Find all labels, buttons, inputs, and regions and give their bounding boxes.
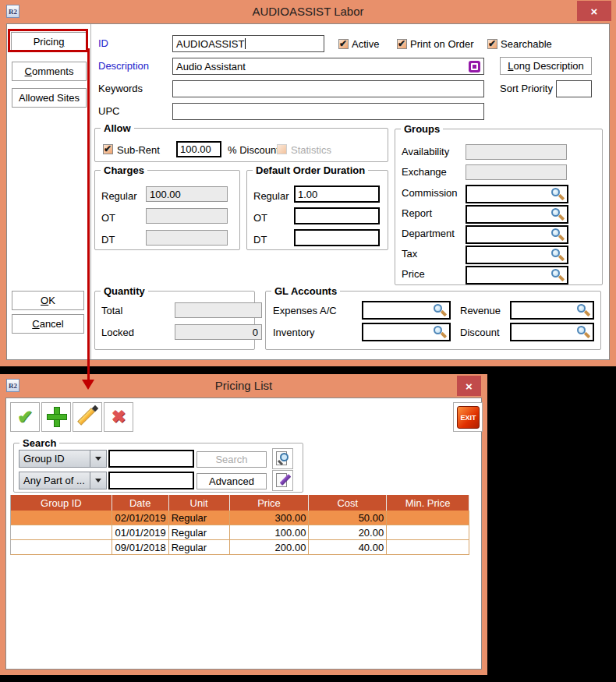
keywords-input[interactable]	[172, 80, 484, 97]
header-min-price[interactable]: Min. Price	[387, 495, 469, 511]
magnifier-icon[interactable]	[576, 303, 590, 317]
price-input[interactable]	[466, 266, 568, 284]
revenue-input[interactable]	[510, 301, 594, 320]
table-row-selected[interactable]: 02/01/2019 Regular 300.00 50.00	[10, 511, 469, 525]
delete-button[interactable]: ✖	[104, 402, 133, 432]
exit-button[interactable]: EXIT	[453, 402, 483, 432]
inventory-input[interactable]	[362, 323, 451, 341]
find-icon-button[interactable]	[272, 448, 293, 469]
revenue-label: Revenue	[460, 306, 501, 316]
magnifier-icon	[280, 453, 289, 461]
print-on-order-label: Print on Order	[410, 39, 474, 50]
search-field-dropdown[interactable]: Group ID	[19, 450, 107, 468]
expenses-input[interactable]	[362, 301, 451, 320]
magnifier-icon[interactable]	[551, 268, 565, 282]
quantity-groupbox: Quantity Total Locked 0	[94, 291, 255, 350]
id-input[interactable]: AUDIOASSIST	[172, 35, 324, 52]
header-cost[interactable]: Cost	[309, 495, 387, 511]
searchable-checkbox[interactable]	[487, 39, 497, 49]
groups-legend: Groups	[401, 123, 443, 135]
department-label: Department	[402, 228, 455, 239]
charges-legend: Charges	[101, 164, 147, 176]
table-row[interactable]: 09/01/2018 Regular 200.00 40.00	[10, 540, 469, 555]
text-cursor	[245, 38, 246, 49]
description-label: Description	[98, 61, 149, 72]
window1-titlebar[interactable]: R2 AUDIOASSIST Labor ×	[0, 0, 616, 23]
zoom-text-icon[interactable]	[469, 61, 480, 72]
duration-ot-input[interactable]	[294, 207, 380, 224]
magnifier-icon[interactable]	[433, 325, 447, 339]
add-button[interactable]	[41, 402, 71, 432]
pencil-icon	[77, 408, 95, 426]
sort-priority-label: Sort Priority	[500, 83, 553, 94]
search-match-dropdown[interactable]: Any Part of ...	[19, 472, 107, 489]
duration-regular-input[interactable]: 1.00	[294, 186, 380, 203]
statistics-label: Statistics	[291, 145, 331, 156]
discount-input[interactable]: 100.00	[176, 141, 221, 157]
sub-rent-checkbox[interactable]	[103, 144, 113, 154]
close-icon[interactable]: ×	[457, 376, 481, 396]
window2-titlebar[interactable]: R2 Pricing List ×	[0, 374, 487, 398]
advanced-button[interactable]: Advanced	[196, 473, 267, 489]
active-checkbox[interactable]	[338, 39, 349, 49]
magnifier-icon[interactable]	[551, 228, 565, 242]
header-price[interactable]: Price	[230, 495, 310, 511]
duration-dt-input[interactable]	[294, 229, 380, 246]
charges-regular-input: 100.00	[146, 186, 228, 202]
close-icon[interactable]: ×	[577, 1, 611, 21]
pricing-table-header: Group ID Date Unit Price Cost Min. Price	[10, 495, 469, 511]
print-on-order-checkbox[interactable]	[397, 39, 407, 49]
duration-dt-label: DT	[253, 235, 267, 246]
inventory-label: Inventory	[273, 327, 314, 338]
price-label: Price	[402, 269, 425, 280]
magnifier-icon[interactable]	[551, 187, 565, 201]
availability-input	[466, 144, 567, 160]
sub-rent-label: Sub-Rent	[117, 145, 160, 156]
exchange-input	[466, 164, 567, 180]
edit-button[interactable]	[73, 402, 102, 432]
long-description-button[interactable]: Long Description	[500, 57, 592, 75]
sort-priority-input[interactable]	[556, 80, 592, 97]
comments-button[interactable]: Comments	[12, 62, 87, 81]
header-unit[interactable]: Unit	[169, 495, 230, 511]
header-date[interactable]: Date	[112, 495, 169, 511]
tax-label: Tax	[402, 249, 417, 260]
report-input[interactable]	[466, 205, 568, 224]
search-match-input[interactable]	[108, 472, 194, 489]
report-label: Report	[402, 208, 432, 219]
active-label: Active	[352, 39, 379, 50]
availability-label: Availability	[402, 147, 449, 157]
department-input[interactable]	[466, 225, 568, 244]
duration-groupbox: Default Order Duration Regular 1.00 OT D…	[246, 170, 388, 250]
gl-accounts-groupbox: GL Accounts Expenses A/C Revenue Invento…	[265, 291, 601, 350]
upc-input[interactable]	[172, 103, 484, 120]
gl-discount-label: Discount	[460, 327, 500, 338]
table-row[interactable]: 01/01/2019 Regular 100.00 20.00	[10, 525, 469, 540]
allowed-sites-button[interactable]: Allowed Sites	[12, 88, 87, 108]
accept-button[interactable]: ✔	[10, 402, 40, 432]
charges-ot-label: OT	[101, 213, 115, 224]
header-group-id[interactable]: Group ID	[11, 495, 112, 511]
chevron-down-icon[interactable]	[90, 451, 106, 467]
duration-ot-label: OT	[253, 213, 267, 224]
duration-regular-label: Regular	[253, 191, 289, 202]
magnifier-icon[interactable]	[551, 248, 565, 262]
magnifier-icon[interactable]	[551, 207, 565, 221]
ok-button[interactable]: OK	[12, 291, 84, 310]
magnifier-icon[interactable]	[433, 303, 447, 317]
cancel-button[interactable]: Cancel	[12, 314, 84, 334]
gl-discount-input[interactable]	[510, 323, 594, 341]
search-button[interactable]: Search	[196, 451, 267, 468]
commission-input[interactable]	[466, 185, 568, 203]
discount-label: % Discount	[228, 145, 279, 156]
annotation-arrow-head	[82, 380, 94, 390]
delete-x-icon: ✖	[104, 403, 133, 431]
description-input[interactable]: Audio Assistant	[172, 58, 484, 75]
chevron-down-icon[interactable]	[90, 472, 106, 489]
search-value-input[interactable]	[108, 450, 194, 468]
locked-label: Locked	[101, 327, 134, 338]
advanced-find-icon-button[interactable]	[272, 470, 293, 491]
tax-input[interactable]	[466, 246, 568, 264]
magnifier-icon[interactable]	[576, 325, 590, 339]
quantity-legend: Quantity	[101, 285, 148, 297]
